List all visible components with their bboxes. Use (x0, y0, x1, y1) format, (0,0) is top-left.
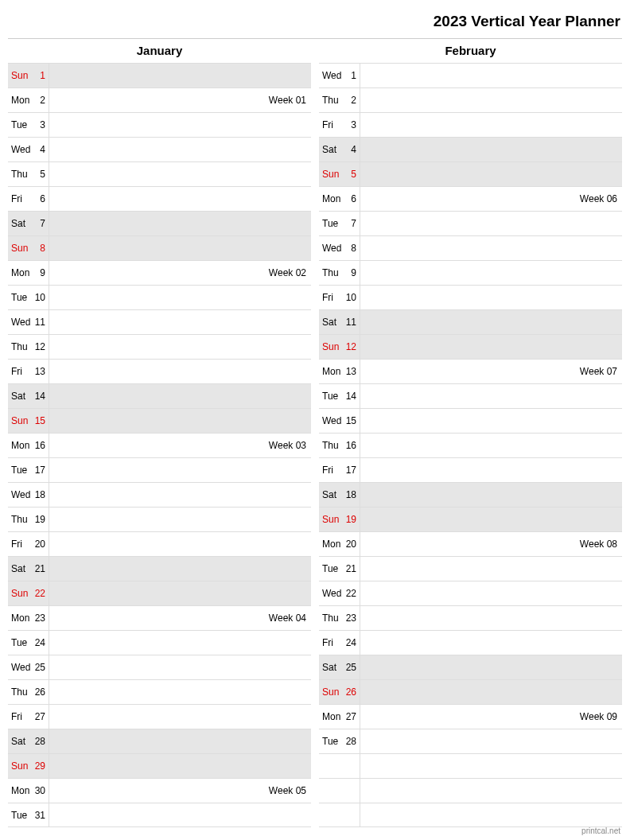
day-note (49, 557, 311, 581)
day-row: Wed25 (8, 655, 311, 679)
day-number: 14 (32, 391, 49, 402)
day-note (49, 631, 311, 655)
day-label: Tue17 (8, 458, 49, 482)
day-row: Sun26 (319, 679, 622, 704)
day-of-week: Sat (322, 144, 343, 155)
day-row: Thu2 (319, 88, 622, 112)
day-label: Mon23 (8, 606, 49, 630)
day-of-week: Wed (322, 588, 343, 599)
day-label: Sat11 (319, 310, 360, 334)
day-row: Mon20Week 08 (319, 531, 622, 556)
day-of-week: Tue (11, 637, 32, 648)
day-note (49, 360, 311, 383)
day-label: Tue3 (8, 113, 49, 137)
day-number: 31 (32, 810, 49, 821)
day-of-week: Wed (11, 144, 32, 155)
day-of-week: Fri (322, 292, 343, 303)
day-number: 14 (343, 391, 360, 402)
day-number: 13 (343, 366, 360, 377)
day-note (360, 384, 622, 408)
day-number: 6 (343, 193, 360, 204)
day-label: Sun12 (319, 335, 360, 359)
day-number: 15 (32, 415, 49, 426)
day-note: Week 02 (49, 261, 311, 285)
day-row: Sat4 (319, 137, 622, 161)
day-label: Fri6 (8, 187, 49, 211)
day-note (360, 458, 622, 482)
day-row: Thu23 (319, 605, 622, 630)
day-of-week: Fri (322, 465, 343, 476)
day-of-week: Wed (322, 70, 343, 81)
day-number: 18 (32, 489, 49, 500)
day-number: 8 (32, 243, 49, 254)
day-note (49, 409, 311, 433)
day-note (360, 113, 622, 137)
day-number: 1 (343, 70, 360, 81)
day-label: Mon27 (319, 705, 360, 729)
day-of-week: Fri (322, 119, 343, 130)
day-of-week: Sun (322, 169, 343, 180)
day-note (49, 458, 311, 482)
day-note (49, 754, 311, 778)
day-note (49, 236, 311, 260)
day-of-week: Thu (322, 267, 343, 278)
day-number: 27 (32, 711, 49, 722)
day-row: Wed18 (8, 482, 311, 507)
day-number: 4 (343, 144, 360, 155)
day-label: Wed25 (8, 655, 49, 679)
day-note (360, 88, 622, 112)
day-of-week: Thu (322, 95, 343, 106)
day-number: 5 (32, 169, 49, 180)
day-of-week: Thu (11, 686, 32, 698)
day-number: 28 (32, 736, 49, 747)
day-label (319, 803, 360, 826)
day-number: 3 (32, 119, 49, 130)
day-of-week: Sun (11, 760, 32, 772)
day-number: 5 (343, 169, 360, 180)
day-note (360, 483, 622, 507)
day-number: 25 (343, 662, 360, 673)
day-row: Wed22 (319, 581, 622, 605)
day-note: Week 05 (49, 779, 311, 803)
day-of-week: Sun (11, 588, 32, 599)
day-label: Wed18 (8, 483, 49, 507)
footer-credit: printcal.net (581, 826, 620, 835)
day-of-week: Sun (322, 514, 343, 525)
day-number: 6 (32, 193, 49, 204)
day-note (49, 212, 311, 235)
day-label: Thu23 (319, 606, 360, 630)
day-of-week: Wed (11, 317, 32, 328)
day-row: Sun1 (8, 63, 311, 88)
day-of-week: Fri (11, 193, 32, 204)
day-label: Tue24 (8, 631, 49, 655)
day-label: Sun26 (319, 680, 360, 704)
day-row: Fri13 (8, 359, 311, 383)
day-number: 1 (32, 70, 49, 81)
day-label: Sat7 (8, 212, 49, 235)
day-label: Fri10 (319, 286, 360, 309)
day-number: 16 (32, 440, 49, 451)
day-of-week: Mon (322, 539, 343, 550)
day-row: Tue17 (8, 457, 311, 482)
day-note (49, 113, 311, 137)
day-number: 10 (32, 292, 49, 303)
day-number: 23 (32, 612, 49, 624)
day-of-week: Tue (322, 563, 343, 574)
day-row (319, 778, 622, 803)
day-note: Week 04 (49, 606, 311, 630)
day-number: 10 (343, 292, 360, 303)
day-number: 9 (343, 267, 360, 278)
day-note (360, 64, 622, 88)
day-note (49, 508, 311, 531)
day-row: Wed4 (8, 137, 311, 161)
day-note (49, 581, 311, 605)
day-row: Tue21 (319, 556, 622, 581)
day-number: 23 (343, 612, 360, 624)
day-row: Fri20 (8, 531, 311, 556)
day-number: 4 (32, 144, 49, 155)
day-of-week: Mon (11, 612, 32, 624)
day-note (360, 236, 622, 260)
day-number: 3 (343, 119, 360, 130)
day-number: 15 (343, 415, 360, 426)
day-row: Tue14 (319, 383, 622, 408)
